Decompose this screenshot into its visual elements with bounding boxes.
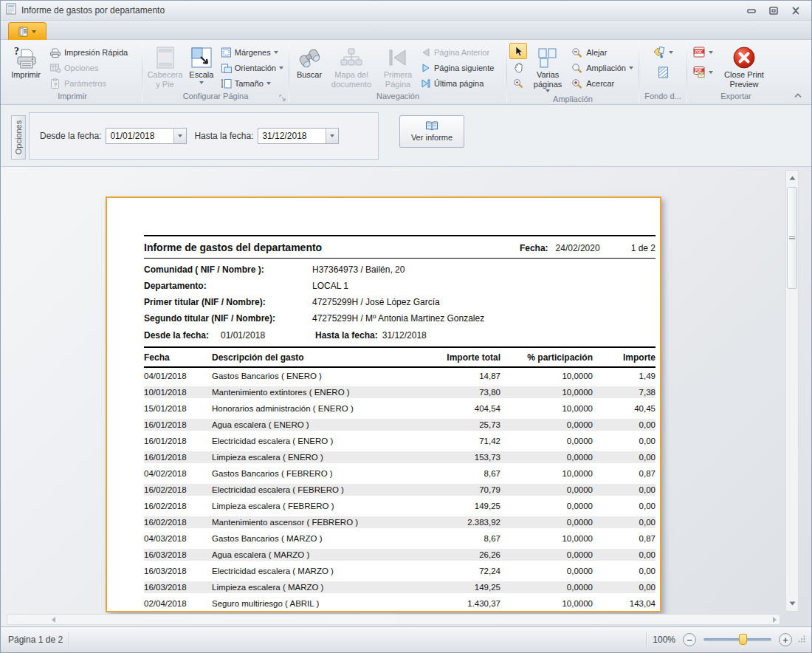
- window-title: Informe de gastos por departamento: [21, 5, 740, 16]
- cell-importe: 0,00: [593, 550, 656, 559]
- ribbon-group-imprimir: ? Imprimir Impresión Rápida Opciones ?: [4, 41, 141, 104]
- watermark-button[interactable]: [655, 64, 672, 80]
- search-button[interactable]: Buscar: [292, 43, 327, 82]
- zoom-slider[interactable]: [703, 638, 771, 641]
- options-button: Opciones: [47, 60, 131, 75]
- page-color-button[interactable]: [650, 44, 676, 60]
- scale-button[interactable]: Escala: [185, 43, 218, 86]
- next-page-button[interactable]: Página siguiente: [418, 60, 497, 75]
- size-button[interactable]: Tamaño: [218, 75, 286, 91]
- zoom-menu-button[interactable]: Ampliación: [568, 60, 636, 75]
- app-window: Informe de gastos por departamento ?: [0, 0, 812, 653]
- send-pdf-email-button[interactable]: PDF: [689, 64, 716, 80]
- field-label: Comunidad ( NIF / Nombre ):: [144, 264, 312, 275]
- table-row: 02/04/2018 Seguro multiriesgo ( ABRIL ) …: [144, 598, 656, 609]
- field-value: LOCAL 1: [312, 281, 348, 291]
- minimize-button[interactable]: [740, 3, 763, 18]
- header-footer-label: Cabecera y Pie: [147, 70, 183, 89]
- window-resize-grip[interactable]: [798, 635, 805, 645]
- previous-page-label: Página Anterior: [434, 48, 489, 57]
- field-value: 47275299H / Mº Antonia Martinez Gonzalez: [312, 313, 484, 324]
- cell-importe: 0,00: [593, 583, 656, 592]
- column-header-participacion: % participación: [500, 352, 593, 363]
- document-map-label: Mapa del documento: [329, 70, 374, 89]
- range-to-value: 31/12/2018: [382, 330, 427, 341]
- cell-importe: 1,49: [593, 372, 656, 380]
- export-pdf-button[interactable]: PDF: [689, 44, 716, 60]
- from-date-dropdown-button[interactable]: [173, 129, 186, 143]
- orientation-button[interactable]: Orientación: [218, 60, 286, 75]
- scroll-left-arrow[interactable]: [52, 617, 55, 623]
- table-row: 16/01/2018 Agua escalera ( ENERO ) 25,73…: [144, 419, 656, 431]
- group-separator: [506, 44, 507, 102]
- range-to-label: Hasta la fecha:: [315, 330, 378, 341]
- last-page-button[interactable]: Última página: [418, 75, 497, 91]
- multiple-pages-button[interactable]: Varias páginas: [527, 43, 568, 95]
- cell-participacion: 0,0000: [500, 518, 593, 527]
- options-vertical-tab[interactable]: Opciones: [11, 115, 26, 160]
- pointer-tool-button[interactable]: [509, 43, 527, 59]
- margins-button[interactable]: Márgenes: [218, 44, 286, 60]
- to-date-input[interactable]: 31/12/2018: [258, 128, 339, 144]
- last-page-label: Última página: [434, 79, 484, 88]
- group-separator: [142, 44, 142, 102]
- cell-descripcion: Limpieza escalera ( FEBRERO ): [212, 502, 419, 510]
- size-icon: [221, 78, 232, 89]
- cell-importe: 0,87: [593, 469, 656, 478]
- view-report-button[interactable]: Ver informe: [399, 115, 464, 148]
- report-field-row: Segundo titular (NIF / Nombre): 47275299…: [144, 310, 656, 326]
- cell-descripcion: Gastos Bancarios ( MARZO ): [212, 534, 419, 543]
- thumb-grip-icon: [789, 236, 795, 239]
- scroll-down-arrow[interactable]: [786, 598, 798, 609]
- quick-print-button[interactable]: Impresión Rápida: [47, 44, 131, 60]
- horizontal-scrollbar[interactable]: [7, 614, 780, 625]
- group-separator: [639, 44, 639, 102]
- cell-descripcion: Agua escalera ( MARZO ): [212, 550, 419, 559]
- cell-participacion: 10,0000: [500, 534, 593, 543]
- cell-importe-total: 71,42: [419, 437, 500, 445]
- from-date-input[interactable]: 01/01/2018: [106, 128, 187, 144]
- document-map-button: Mapa del documento: [327, 43, 376, 91]
- vertical-scrollbar-thumb[interactable]: [787, 187, 797, 289]
- cell-participacion: 10,0000: [500, 404, 593, 413]
- cell-importe: 0,00: [593, 518, 656, 527]
- field-label: Departamento:: [144, 281, 312, 291]
- cell-importe-total: 149,25: [419, 583, 500, 592]
- close-print-preview-label: Close Print Preview: [718, 70, 770, 89]
- zoom-out-button[interactable]: Alejar: [568, 44, 636, 60]
- to-date-dropdown-button[interactable]: [326, 129, 338, 143]
- hand-tool-button[interactable]: [509, 59, 527, 75]
- svg-text:PDF: PDF: [695, 69, 702, 72]
- chevron-down-icon: [274, 51, 278, 54]
- cell-descripcion: Gastos Bancarios ( FEBRERO ): [212, 469, 419, 478]
- vertical-scrollbar[interactable]: [785, 170, 799, 612]
- maximize-button[interactable]: [763, 3, 785, 18]
- cell-importe: 143,04: [593, 599, 656, 608]
- cell-participacion: 0,0000: [500, 502, 593, 510]
- table-row: 16/02/2018 Electricidad escalera ( FEBRE…: [144, 484, 656, 496]
- close-print-preview-button[interactable]: Close Print Preview: [716, 43, 772, 91]
- options-grid-icon: [49, 63, 61, 73]
- dialog-launcher-icon[interactable]: [279, 94, 286, 103]
- cell-importe-total: 26,26: [419, 550, 500, 559]
- print-button[interactable]: ? Imprimir: [5, 43, 47, 82]
- zoom-slider-thumb[interactable]: [739, 634, 747, 645]
- close-button[interactable]: [785, 3, 807, 18]
- report-page: Informe de gastos del departamento Fecha…: [106, 196, 661, 612]
- zoom-in-status-button[interactable]: +: [779, 633, 792, 646]
- collapse-ribbon-button[interactable]: [794, 88, 802, 101]
- magnifier-tool-button[interactable]: [509, 75, 527, 92]
- view-report-label: Ver informe: [411, 133, 453, 142]
- cell-descripcion: Seguro multiriesgo ( ABRIL ): [212, 599, 419, 608]
- column-header-descripcion: Descripción del gasto: [212, 352, 419, 363]
- zoom-out-status-button[interactable]: −: [683, 633, 696, 646]
- scroll-right-arrow[interactable]: [773, 617, 777, 623]
- table-row: 16/02/2018 Mantenimiento ascensor ( FEBR…: [144, 516, 656, 528]
- application-menu-button[interactable]: [8, 22, 47, 40]
- report-field-row: Comunidad ( NIF / Nombre ): H37364973 / …: [144, 261, 656, 278]
- ribbon: ? Imprimir Impresión Rápida Opciones ?: [1, 40, 811, 105]
- zoom-in-button[interactable]: Acercar: [568, 75, 636, 91]
- chevron-down-icon: [178, 134, 182, 137]
- zoom-icon: [571, 63, 583, 73]
- scroll-up-arrow[interactable]: [786, 172, 798, 184]
